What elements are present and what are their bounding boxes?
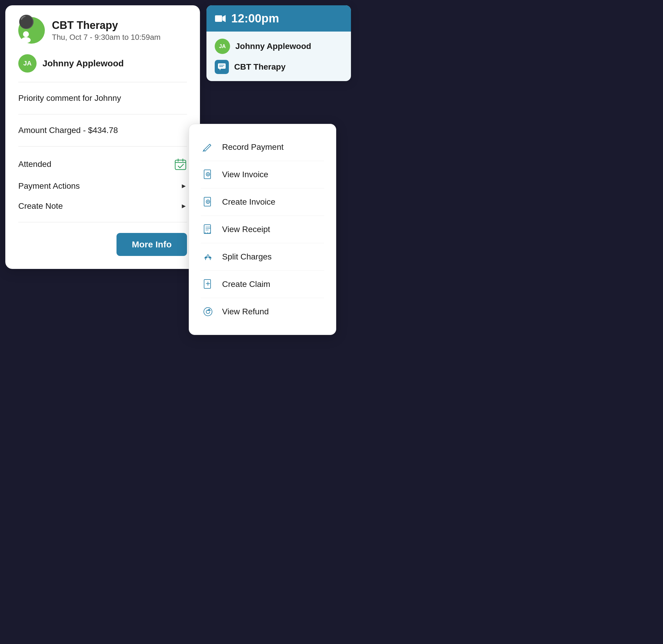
create-claim-label: Create Claim	[222, 279, 270, 289]
create-invoice-label: Create Invoice	[222, 197, 275, 207]
calendar-body: JA Johnny Applewood CBT Therapy	[206, 31, 351, 81]
create-claim-item[interactable]: Create Claim	[201, 271, 324, 298]
calendar-therapy-name: CBT Therapy	[234, 62, 285, 72]
calendar-event-card: 12:00pm JA Johnny Applewood CBT Therapy	[206, 5, 351, 81]
chat-icon	[218, 63, 226, 71]
therapy-avatar: ⚫	[18, 17, 45, 44]
divider-2	[18, 114, 187, 114]
chevron-right-icon: ►	[181, 182, 187, 190]
payment-actions-label: Payment Actions	[18, 181, 80, 191]
attended-row: Attended	[18, 153, 187, 176]
chat-icon-box	[215, 60, 229, 74]
card-header: ⚫ CBT Therapy Thu, Oct 7 - 9:30am to 10:…	[18, 17, 187, 44]
invoice-icon-box-2	[201, 195, 215, 209]
payment-actions-row[interactable]: Payment Actions ►	[18, 176, 187, 196]
svg-rect-20	[204, 225, 211, 233]
payment-actions-dropdown: Record Payment View Invoice Create Invoi…	[189, 124, 336, 335]
invoice-icon-2	[203, 197, 213, 207]
therapy-title: CBT Therapy	[52, 19, 161, 31]
chevron-right-icon-2: ►	[181, 202, 187, 210]
svg-marker-7	[222, 15, 226, 22]
svg-point-0	[23, 31, 29, 37]
amount-charged: Amount Charged - $434.78	[18, 120, 187, 140]
calendar-therapy-row: CBT Therapy	[215, 60, 343, 74]
schedule-text: Thu, Oct 7 - 9:30am to 10:59am	[52, 33, 161, 42]
create-note-label: Create Note	[18, 201, 63, 211]
create-invoice-item[interactable]: Create Invoice	[201, 188, 324, 216]
create-note-row[interactable]: Create Note ►	[18, 196, 187, 216]
view-receipt-item[interactable]: View Receipt	[201, 216, 324, 243]
view-invoice-label: View Invoice	[222, 170, 268, 179]
svg-rect-6	[215, 15, 222, 22]
receipt-icon	[203, 224, 213, 235]
view-invoice-item[interactable]: View Invoice	[201, 161, 324, 188]
split-charges-label: Split Charges	[222, 252, 272, 261]
view-receipt-label: View Receipt	[222, 225, 270, 234]
receipt-icon-box	[201, 222, 215, 236]
client-name: Johnny Applewood	[43, 59, 124, 68]
svg-rect-8	[218, 63, 226, 69]
svg-marker-30	[208, 309, 210, 310]
record-payment-label: Record Payment	[222, 142, 284, 152]
refund-icon-box	[201, 305, 215, 319]
record-payment-item[interactable]: Record Payment	[201, 134, 324, 161]
pencil-icon-box	[201, 140, 215, 154]
claim-icon-box	[201, 277, 215, 291]
svg-rect-2	[175, 160, 186, 169]
calendar-check-icon	[174, 158, 187, 171]
divider-4	[18, 222, 187, 222]
svg-marker-9	[220, 69, 221, 70]
divider-3	[18, 146, 187, 146]
header-text: CBT Therapy Thu, Oct 7 - 9:30am to 10:59…	[52, 19, 161, 42]
view-refund-label: View Refund	[222, 307, 269, 316]
priority-comment: Priority comment for Johnny	[18, 88, 187, 108]
client-avatar: JA	[18, 54, 37, 72]
svg-point-1	[21, 37, 31, 43]
pencil-icon	[203, 142, 213, 153]
calendar-client-name: Johnny Applewood	[235, 42, 311, 51]
calendar-header: 12:00pm	[206, 5, 351, 31]
divider-1	[18, 82, 187, 82]
attended-label: Attended	[18, 160, 51, 169]
calendar-client-row: JA Johnny Applewood	[215, 39, 343, 54]
calendar-client-avatar: JA	[215, 39, 230, 54]
invoice-icon-1	[203, 169, 213, 180]
split-icon-box	[201, 250, 215, 264]
person-icon: ⚫	[18, 15, 45, 46]
svg-point-29	[204, 307, 212, 316]
split-charges-item[interactable]: Split Charges	[201, 243, 324, 271]
split-icon	[203, 252, 213, 262]
calendar-time: 12:00pm	[231, 12, 279, 25]
refund-icon	[203, 306, 213, 317]
invoice-icon-box-1	[201, 167, 215, 182]
claim-icon	[203, 279, 213, 290]
video-icon	[215, 15, 226, 23]
more-info-button[interactable]: More Info	[116, 233, 187, 256]
view-refund-item[interactable]: View Refund	[201, 298, 324, 325]
appointment-card: ⚫ CBT Therapy Thu, Oct 7 - 9:30am to 10:…	[5, 5, 200, 269]
client-row: JA Johnny Applewood	[18, 54, 187, 72]
